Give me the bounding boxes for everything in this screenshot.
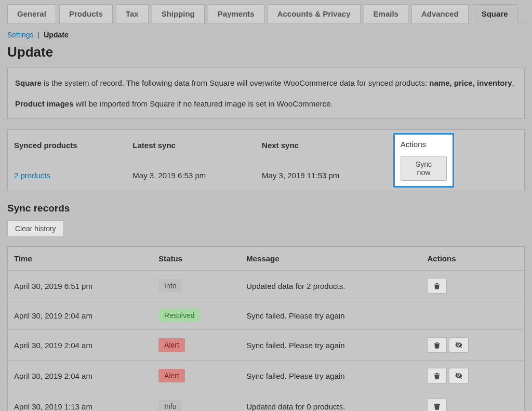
tab-tax[interactable]: Tax (116, 4, 149, 23)
info-images-strong: Product images (15, 99, 74, 108)
record-message: Updated data for 2 products. (240, 271, 421, 301)
breadcrumb: Settings | Update (7, 31, 525, 39)
record-time: April 30, 2019 6:51 pm (8, 271, 153, 301)
info-line1-period: . (512, 78, 514, 87)
record-actions (421, 391, 524, 412)
eye-slash-icon (455, 341, 463, 349)
info-line2-text: will be imported from Square if no featu… (74, 99, 333, 108)
table-row: April 30, 2019 6:51 pmInfoUpdated data f… (8, 271, 525, 301)
info-box: Square is the system of record. The foll… (7, 68, 525, 119)
next-sync-value: May 3, 2019 11:53 pm (256, 161, 390, 191)
record-actions (421, 301, 524, 330)
record-message: Sync failed. Please try again (240, 330, 421, 361)
trash-icon (433, 372, 441, 380)
info-line-1: Square is the system of record. The foll… (15, 76, 517, 90)
sync-records-title: Sync records (7, 203, 525, 214)
status-badge: Alert (158, 369, 185, 382)
record-status: Alert (152, 330, 240, 361)
record-status: Alert (152, 361, 240, 391)
actions-highlight-box: Actions Sync now (393, 133, 454, 188)
clear-history-button[interactable]: Clear history (7, 220, 64, 237)
records-header-time: Time (8, 247, 153, 271)
delete-record-button[interactable] (427, 337, 447, 353)
tab-advanced[interactable]: Advanced (411, 4, 469, 23)
record-actions (421, 271, 524, 301)
info-line1-text: is the system of record. The following d… (42, 78, 429, 87)
eye-slash-icon (455, 372, 463, 380)
table-row: April 30, 2019 2:04 amAlertSync failed. … (8, 330, 525, 361)
record-message: Sync failed. Please try again (240, 361, 421, 391)
sync-header-actions: Actions (401, 140, 447, 149)
record-actions (421, 330, 524, 361)
info-fields-strong: name, price, inventory (429, 78, 512, 87)
tab-products[interactable]: Products (59, 4, 113, 23)
settings-tabs: GeneralProductsTaxShippingPaymentsAccoun… (7, 4, 525, 23)
tab-payments[interactable]: Payments (208, 4, 264, 23)
tab-shipping[interactable]: Shipping (152, 4, 205, 23)
record-time: April 30, 2019 2:04 am (8, 301, 153, 330)
tab-accounts[interactable]: Accounts & Privacy (268, 4, 361, 23)
tab-general[interactable]: General (7, 4, 56, 23)
hide-record-button[interactable] (449, 368, 469, 383)
info-square-strong: Square (15, 78, 42, 87)
table-row: April 30, 2019 2:04 amAlertSync failed. … (8, 361, 525, 391)
hide-record-button[interactable] (449, 337, 469, 353)
status-badge: Resolved (158, 309, 200, 322)
delete-record-button[interactable] (427, 368, 447, 383)
record-time: April 30, 2019 2:04 am (8, 361, 153, 391)
breadcrumb-current: Update (44, 31, 68, 39)
records-header-message: Message (240, 247, 421, 271)
record-time: April 30, 2019 2:04 am (8, 330, 153, 361)
trash-icon (433, 341, 441, 349)
trash-icon (433, 402, 441, 410)
tab-emails[interactable]: Emails (364, 4, 408, 23)
sync-status-table: Synced products Latest sync Next sync Ac… (7, 129, 525, 191)
sync-header-synced: Synced products (8, 130, 127, 161)
trash-icon (433, 282, 441, 290)
synced-products-link[interactable]: 2 products (14, 171, 50, 180)
record-time: April 30, 2019 1:13 am (8, 391, 153, 412)
sync-header-next: Next sync (256, 130, 390, 161)
record-status: Info (152, 271, 240, 301)
records-header-actions: Actions (421, 247, 524, 271)
latest-sync-value: May 3, 2019 6:53 pm (126, 161, 256, 191)
sync-now-button[interactable]: Sync now (401, 156, 447, 181)
delete-record-button[interactable] (427, 399, 447, 411)
sync-header-latest: Latest sync (126, 130, 256, 161)
record-actions (421, 361, 524, 391)
page-title: Update (7, 44, 525, 60)
sync-records-table: Time Status Message Actions April 30, 20… (7, 246, 525, 411)
status-badge: Info (158, 400, 182, 411)
info-line-2: Product images will be imported from Squ… (15, 97, 517, 111)
record-message: Updated data for 0 products. (240, 391, 421, 412)
status-badge: Info (158, 279, 182, 293)
record-status: Resolved (152, 301, 240, 330)
table-row: April 30, 2019 1:13 amInfoUpdated data f… (8, 391, 525, 412)
tab-square[interactable]: Square (472, 4, 518, 23)
breadcrumb-settings-link[interactable]: Settings (7, 31, 34, 39)
delete-record-button[interactable] (427, 278, 447, 294)
status-badge: Alert (158, 338, 185, 352)
table-row: April 30, 2019 2:04 amResolvedSync faile… (8, 301, 525, 330)
record-message: Sync failed. Please try again (240, 301, 421, 330)
record-status: Info (152, 391, 240, 412)
records-header-status: Status (152, 247, 240, 271)
breadcrumb-separator: | (38, 31, 40, 39)
